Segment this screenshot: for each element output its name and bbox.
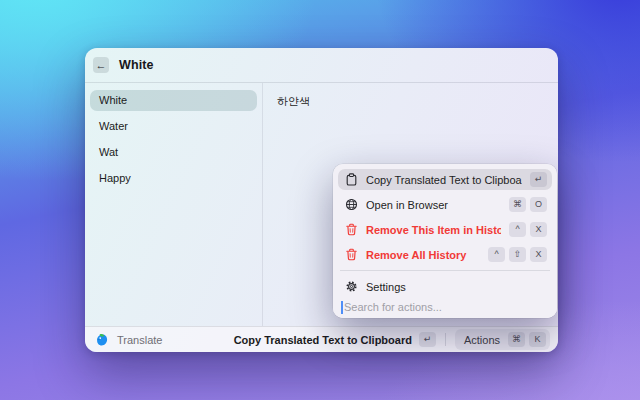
actions-button[interactable]: Actions ⌘ K <box>455 329 550 350</box>
menu-divider <box>340 270 550 271</box>
gear-icon <box>345 280 358 293</box>
cmd-key-badge: ⌘ <box>508 332 525 347</box>
trash-icon <box>345 248 358 261</box>
menu-item-remove-this-item[interactable]: Remove This Item in History ^ X <box>338 219 552 240</box>
list-item-wat[interactable]: Wat <box>90 142 257 163</box>
back-arrow-icon: ← <box>96 60 107 71</box>
page-title: White <box>119 58 154 72</box>
menu-item-label: Settings <box>366 281 539 293</box>
clipboard-icon <box>345 173 358 186</box>
history-list: White Water Wat Happy <box>85 83 263 326</box>
search-input[interactable] <box>344 301 549 313</box>
menu-item-open-in-browser[interactable]: Open in Browser ⌘ O <box>338 194 552 215</box>
return-key-badge: ↵ <box>419 332 436 347</box>
o-key-badge: O <box>530 197 547 212</box>
cmd-key-badge: ⌘ <box>509 197 526 212</box>
ctrl-key-badge: ^ <box>488 247 505 262</box>
menu-item-label: Remove All History <box>366 249 480 261</box>
menu-item-keys: ↵ <box>530 172 547 187</box>
menu-item-keys: ^ X <box>509 222 547 237</box>
actions-label: Actions <box>464 334 500 346</box>
list-item-white[interactable]: White <box>90 90 257 111</box>
x-key-badge: X <box>530 247 547 262</box>
text-cursor <box>341 301 343 314</box>
actions-menu-list: Copy Translated Text to Clipboard ↵ Open… <box>333 164 557 296</box>
k-key-badge: K <box>529 332 546 347</box>
menu-item-keys: ^ ⇧ X <box>488 247 547 262</box>
list-item-happy[interactable]: Happy <box>90 168 257 189</box>
menu-item-label: Remove This Item in History <box>366 224 501 236</box>
menu-item-settings[interactable]: Settings <box>338 276 552 296</box>
menu-item-copy-translated-text[interactable]: Copy Translated Text to Clipboard ↵ <box>338 169 552 190</box>
back-button[interactable]: ← <box>93 57 109 73</box>
menu-item-label: Copy Translated Text to Clipboard <box>366 174 522 186</box>
menu-item-keys: ⌘ O <box>509 197 547 212</box>
translated-text: 하얀색 <box>277 95 310 107</box>
shift-key-badge: ⇧ <box>509 247 526 262</box>
primary-action-label[interactable]: Copy Translated Text to Clipboard <box>234 334 412 346</box>
list-item-water[interactable]: Water <box>90 116 257 137</box>
statusbar-divider <box>445 333 446 346</box>
globe-icon <box>345 198 358 211</box>
menu-item-remove-all-history[interactable]: Remove All History ^ ⇧ X <box>338 244 552 265</box>
menu-search-bar <box>333 296 557 318</box>
trash-icon <box>345 223 358 236</box>
status-bar: Translate Copy Translated Text to Clipbo… <box>85 326 558 352</box>
ctrl-key-badge: ^ <box>509 222 526 237</box>
return-key-badge: ↵ <box>530 172 547 187</box>
actions-menu: Copy Translated Text to Clipboard ↵ Open… <box>333 164 557 318</box>
app-name: Translate <box>117 334 162 346</box>
translate-parrot-icon <box>95 333 109 347</box>
window-header: ← White <box>85 48 558 83</box>
menu-item-label: Open in Browser <box>366 199 501 211</box>
x-key-badge: X <box>530 222 547 237</box>
